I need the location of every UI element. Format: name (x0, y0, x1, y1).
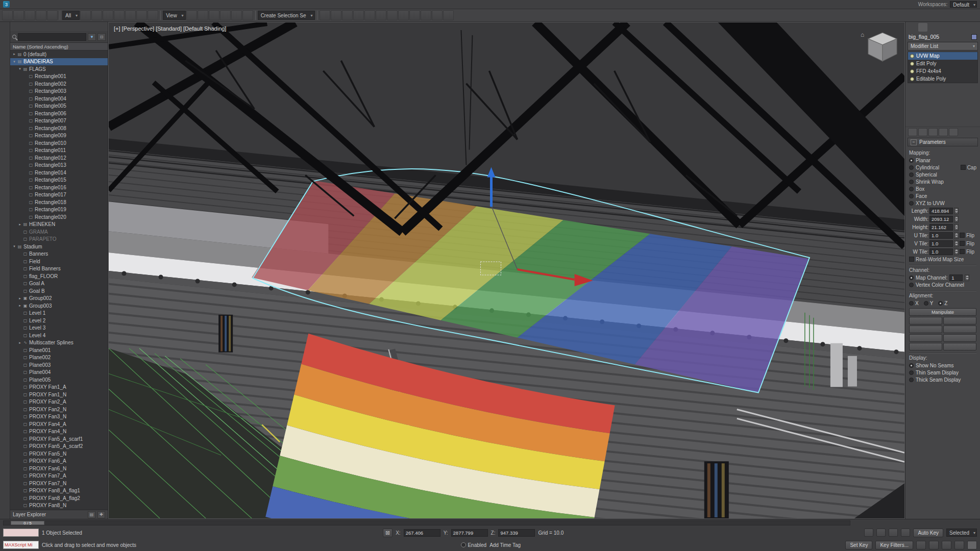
maximize-viewport-icon[interactable] (967, 541, 977, 549)
expand-arrow-icon[interactable]: ▸ (17, 222, 22, 227)
expand-arrow-icon[interactable]: ▾ (12, 244, 17, 248)
visibility-bulb-icon[interactable] (910, 77, 914, 81)
select-by-name-icon[interactable] (91, 10, 102, 20)
modifier-stack-entry[interactable]: Edit Poly (908, 60, 977, 67)
alignment-button[interactable] (943, 325, 976, 333)
menu-item[interactable] (89, 4, 96, 5)
undo-icon[interactable] (2, 10, 13, 20)
select-object-icon[interactable] (80, 10, 91, 20)
modifier-list-dropdown[interactable]: Modifier List (908, 42, 978, 51)
selection-lock-icon[interactable]: ⊠ (383, 529, 393, 537)
menu-item[interactable] (35, 4, 42, 5)
green-dot-icon[interactable] (1, 203, 9, 210)
y-coordinate-field[interactable]: 2877.799 (451, 529, 488, 537)
window-crossing-icon[interactable] (114, 10, 125, 20)
value-field[interactable]: 1.0 (929, 248, 953, 255)
half-icon[interactable] (1, 221, 9, 229)
scene-explorer-row[interactable]: ▢ Level 4 (10, 332, 108, 339)
expand-arrow-icon[interactable]: ▸ (12, 52, 17, 56)
scene-explorer-row[interactable]: ▢ PROXY Fan8_N (10, 502, 108, 510)
scene-explorer-row[interactable]: ▢ Rectangle004 (10, 95, 108, 103)
explorer-column-header[interactable]: Name (Sorted Ascending) (10, 42, 108, 51)
scene-explorer-row[interactable]: ▢ Plane004 (10, 369, 108, 377)
scene-explorer-row[interactable]: ▢ Rectangle014 (10, 169, 108, 177)
value-field[interactable]: 1.0 (929, 232, 953, 239)
scene-explorer-row[interactable]: ▾ ▤ FLAGS (10, 65, 108, 73)
menu-item[interactable] (142, 4, 150, 5)
scene-explorer-row[interactable]: ▸ ▣ Group002 (10, 295, 108, 303)
configure-modifier-sets-icon[interactable] (949, 128, 958, 136)
scene-explorer-row[interactable]: ▢ PROXY Fan1_A (10, 384, 108, 391)
cap-checkbox[interactable]: Cap (961, 165, 976, 170)
scene-explorer-row[interactable]: ▢ Rectangle011 (10, 147, 108, 155)
spinner[interactable] (954, 216, 959, 222)
scene-explorer-row[interactable]: ▢ PROXY Fan2_A (10, 398, 108, 406)
scene-explorer-row[interactable]: ▢ Goal A (10, 280, 108, 288)
expand-arrow-icon[interactable]: ▸ (17, 341, 22, 345)
scene-explorer-row[interactable]: ▢ PROXY Fan1_N (10, 391, 108, 398)
flip-checkbox[interactable]: Flip (960, 249, 974, 255)
scene-explorer-row[interactable]: ▢ Rectangle017 (10, 191, 108, 199)
left-icon[interactable] (1, 230, 9, 238)
scene-explorer-row[interactable]: ▢ Rectangle012 (10, 154, 108, 162)
scene-explorer-row[interactable]: ▢ PROXY Fan4_N (10, 428, 108, 436)
app-logo-icon[interactable]: 3 (3, 1, 10, 8)
star-icon[interactable] (1, 157, 9, 164)
scene-explorer-row[interactable]: ▢ flag_FLOOR (10, 272, 108, 280)
remove-icon[interactable] (1, 111, 9, 118)
display-tab[interactable] (949, 23, 958, 32)
select-and-link-icon[interactable] (24, 10, 35, 20)
alignment-button[interactable] (909, 325, 942, 333)
zoom-extents-icon[interactable] (942, 541, 951, 549)
scene-explorer-row[interactable]: ▢ PROXY Fan3_N (10, 413, 108, 421)
pin-stack-icon[interactable] (908, 128, 917, 136)
scene-explorer-row[interactable]: ▢ Rectangle013 (10, 162, 108, 169)
scene-explorer-row[interactable]: ▢ Rectangle020 (10, 213, 108, 221)
named-selection-set-combo[interactable]: Create Selection Se (258, 11, 315, 20)
alignment-button[interactable] (943, 317, 976, 324)
orbit-icon[interactable] (954, 541, 964, 549)
value-field[interactable]: 21.162 (929, 224, 953, 231)
menu-item[interactable] (112, 4, 119, 5)
bind-to-space-warp-icon[interactable] (47, 10, 58, 20)
scene-explorer-row[interactable]: ▢ Field (10, 258, 108, 265)
scene-explorer-row[interactable]: ▢ PROXY Fan7_A (10, 472, 108, 480)
ribbon-icon[interactable] (376, 10, 386, 20)
scene-explorer-row[interactable]: ▢ Rectangle010 (10, 139, 108, 147)
scene-explorer-row[interactable]: ▸ ▤ HEINEKEN (10, 221, 108, 229)
mapping-option[interactable]: Box (909, 185, 976, 192)
material-icon[interactable] (1, 83, 9, 91)
menu-item[interactable] (135, 4, 142, 5)
transport-button[interactable] (876, 529, 886, 537)
spinner[interactable] (954, 248, 959, 255)
show-end-result-icon[interactable] (918, 128, 927, 136)
display-option[interactable]: Show No Seams (909, 362, 976, 369)
mapping-option[interactable]: Spherical (909, 171, 976, 178)
selection-region-icon[interactable] (1, 37, 9, 45)
menu-item[interactable] (81, 4, 88, 5)
scene-explorer-row[interactable]: ▢ PROXY Fan2_N (10, 406, 108, 413)
x-coordinate-field[interactable]: 267.406 (404, 529, 440, 537)
mapping-option[interactable]: XYZ to UVW (909, 199, 976, 207)
scene-explorer-row[interactable]: ▢ Rectangle019 (10, 206, 108, 214)
menu-item[interactable] (119, 4, 127, 5)
shape-icon[interactable] (1, 129, 9, 137)
render-setup-icon[interactable] (421, 10, 431, 20)
scene-explorer-row[interactable]: ▾ ▤ Stadium (10, 243, 108, 251)
real-world-checkbox[interactable]: Real-World Map Size (909, 257, 964, 262)
toggle-scene-explorer-icon[interactable] (353, 10, 364, 20)
redo-icon[interactable] (13, 10, 24, 20)
filter-icon[interactable]: ▼ (88, 33, 96, 41)
scene-explorer-row[interactable]: ▸ ▣ Group003 (10, 302, 108, 310)
mapping-option[interactable]: Planar (909, 157, 976, 164)
reference-coordinate-combo[interactable]: View (163, 11, 186, 20)
panel-icon[interactable] (1, 120, 9, 128)
align-icon[interactable] (342, 10, 353, 20)
scene-explorer-row[interactable]: ▢ Rectangle018 (10, 198, 108, 206)
select-and-move-icon[interactable] (125, 10, 136, 20)
axis-option[interactable]: X (909, 300, 919, 306)
scene-explorer-row[interactable]: ▢ Field Banners (10, 265, 108, 273)
zoom-icon[interactable] (929, 541, 939, 549)
menu-item[interactable] (96, 4, 104, 5)
edit-named-selection-sets-icon[interactable] (320, 10, 330, 20)
